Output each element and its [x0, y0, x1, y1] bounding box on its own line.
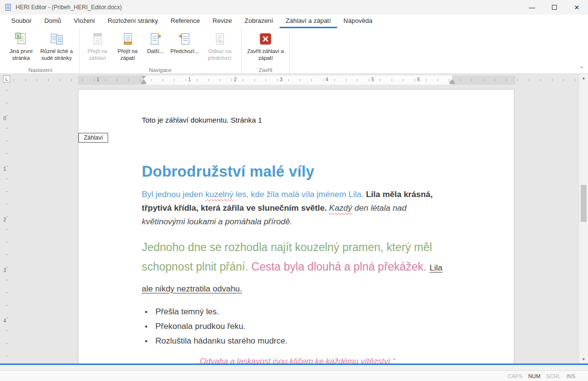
misspelled-word: kuzelný: [205, 190, 233, 199]
tab-domu[interactable]: Domů: [38, 15, 68, 28]
paragraph-2: Jednoho dne se rozhodla najít kouzelný p…: [142, 237, 451, 299]
tab-soubor[interactable]: Soubor: [5, 15, 38, 28]
window-title: HERI Editor - (Pribeh_HERI_Editor.docx): [16, 4, 122, 11]
misspelled-word: Kazdý: [329, 203, 352, 213]
tab-revize[interactable]: Revize: [206, 15, 238, 28]
text-run: les, kde žila malá víla jménem Lila.: [233, 190, 366, 199]
title-bar: HERI Editor - (Pribeh_HERI_Editor.docx) …: [0, 0, 588, 15]
paragraph-1: Byl jednou jeden kuzelný les, kde žila m…: [142, 188, 451, 229]
button-label: Předchozí...: [171, 48, 199, 55]
previous-button[interactable]: Předchozí...: [168, 29, 201, 67]
button-label: Jiná první stránka: [5, 48, 37, 62]
app-icon: [4, 3, 12, 11]
go-to-header-icon: [90, 32, 105, 47]
header-text: Toto je záhlaví dokumentu. Stránka 1: [142, 116, 451, 124]
tab-reference[interactable]: Reference: [164, 15, 206, 28]
group-label-nastaveni: Nastavení: [2, 67, 79, 73]
next-section-icon: [148, 32, 163, 47]
window-controls: — ✕: [521, 0, 588, 15]
odd-even-pages-icon: [49, 32, 64, 47]
different-first-page-button[interactable]: 1 Jiná první stránka: [5, 29, 37, 67]
bullet-icon: ●: [145, 319, 148, 334]
horizontal-scrollbar[interactable]: [0, 363, 588, 370]
document-workspace: L 1 1 2 3 4 5 6 0 1 2 3 4 Záh: [0, 74, 588, 363]
list-item-text: Rozluštila hádanku starého mudrce.: [155, 336, 287, 345]
scrl-indicator: SCRL: [546, 373, 560, 379]
num-indicator: NUM: [528, 373, 540, 379]
close-header-footer-button[interactable]: Zavřít záhlaví a zápatí: [245, 29, 286, 67]
list-item: ●Překonala prudkou řeku.: [142, 319, 451, 334]
next-button[interactable]: Další...: [143, 29, 168, 67]
maximize-button[interactable]: [543, 0, 566, 15]
first-page-icon: 1: [14, 32, 28, 47]
ribbon-group-nastaveni: 1 Jiná první stránka: [2, 28, 79, 73]
button-label: Další...: [147, 48, 164, 55]
caps-indicator: CAPS: [508, 373, 522, 379]
text-run: Cesta byla dlouhá a plná překážek.: [251, 260, 430, 273]
ribbon-group-zavrit: Zavřít záhlaví a zápatí Zavřít: [242, 28, 290, 73]
scroll-up-icon[interactable]: ▲: [579, 74, 588, 82]
link-to-previous-icon: [212, 32, 227, 47]
svg-text:1: 1: [17, 34, 19, 38]
tab-zahlavi-a-zapati[interactable]: Záhlaví a zápatí: [280, 15, 338, 28]
go-to-header-button: Přejít na záhlaví: [82, 29, 113, 67]
tab-napoveda[interactable]: Nápověda: [337, 15, 379, 28]
quote-line: „Odvaha a laskavost jsou klíčem ke každé…: [142, 355, 451, 363]
button-label: Přejít na zápatí: [113, 48, 143, 62]
different-odd-even-button[interactable]: Různé liché a sudé stránky: [37, 29, 76, 67]
group-label-navigace: Navigace: [79, 67, 241, 73]
close-header-footer-icon: [258, 32, 273, 47]
button-label: Zavřít záhlaví a zápatí: [245, 48, 286, 62]
close-button[interactable]: ✕: [566, 0, 588, 15]
list-item: ●Rozluštila hádanku starého mudrce.: [142, 334, 451, 348]
scroll-down-icon[interactable]: ▼: [579, 355, 588, 363]
maximize-icon: [552, 5, 557, 10]
ribbon-tab-bar: Soubor Domů Vložení Rozložení stránky Re…: [0, 15, 588, 28]
vertical-scrollbar-thumb[interactable]: [581, 185, 587, 222]
button-label: Odkaz na předchozí: [201, 48, 238, 62]
minimize-button[interactable]: —: [521, 0, 543, 15]
minimize-icon: —: [529, 4, 535, 11]
link-to-previous-button: Odkaz na předchozí: [201, 29, 238, 67]
bullet-icon: ●: [145, 334, 148, 348]
text-run: Byl jednou jeden: [142, 190, 205, 199]
bullet-icon: ●: [145, 305, 148, 319]
vertical-scrollbar[interactable]: ▲ ▼: [579, 74, 588, 363]
document-page[interactable]: Záhlaví Toto je záhlaví dokumentu. Strán…: [78, 89, 514, 363]
collapse-ribbon-icon[interactable]: ⌃: [579, 66, 584, 73]
close-icon: ✕: [574, 4, 580, 11]
previous-section-icon: [177, 32, 192, 47]
document-heading: Dobrodružství malé víly: [142, 163, 451, 181]
page-content: Toto je záhlaví dokumentu. Stránka 1 Dob…: [78, 90, 514, 363]
tab-zobrazeni[interactable]: Zobrazení: [238, 15, 280, 28]
header-tag: Záhlaví: [78, 133, 108, 143]
button-label: Přejít na záhlaví: [82, 48, 113, 62]
ribbon: 1 Jiná první stránka: [0, 28, 588, 74]
group-label-zavrit: Zavřít: [242, 67, 289, 73]
ins-indicator: INS: [567, 373, 575, 379]
list-item-text: Překonala prudkou řeku.: [155, 322, 246, 331]
status-bar: CAPS NUM SCRL INS: [0, 370, 588, 381]
list-item: ●Přešla temný les.: [142, 305, 451, 319]
go-to-footer-button[interactable]: Přejít na zápatí: [113, 29, 143, 67]
list-item-text: Přešla temný les.: [155, 307, 219, 316]
go-to-footer-icon: [120, 32, 135, 47]
bullet-list: ●Přešla temný les. ●Překonala prudkou ře…: [142, 305, 451, 348]
ribbon-group-navigace: Přejít na záhlaví Přejít na zápatí: [79, 28, 242, 73]
page-scroll-area: Záhlaví Toto je záhlaví dokumentu. Strán…: [0, 74, 579, 363]
tab-rozlozeni-stranky[interactable]: Rozložení stránky: [101, 15, 164, 28]
button-label: Různé liché a sudé stránky: [37, 48, 76, 62]
tab-vlozeni[interactable]: Vložení: [68, 15, 101, 28]
